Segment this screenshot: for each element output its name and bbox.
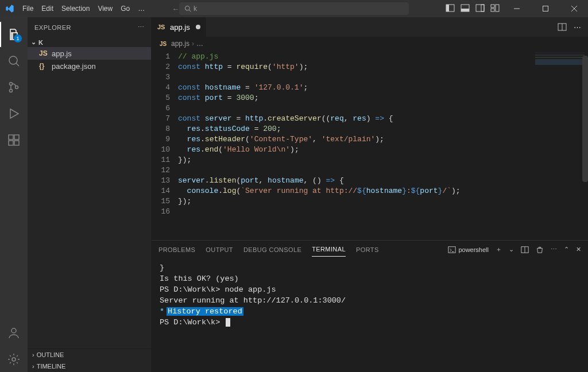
chevron-down-icon: ⌄ xyxy=(31,38,36,46)
code-line: console.log(`Server running at http://${… xyxy=(178,186,588,196)
svg-point-25 xyxy=(12,358,16,361)
panel-tab-terminal[interactable]: TERMINAL xyxy=(312,242,346,257)
activity-extensions-icon[interactable] xyxy=(0,127,28,153)
tab-label: app.js xyxy=(170,23,190,32)
window-close-icon[interactable] xyxy=(563,0,586,17)
chevron-right-icon: › xyxy=(192,40,194,48)
code-content[interactable]: // app.jsconst http = require('http');co… xyxy=(178,50,588,240)
panel-tab-output[interactable]: OUTPUT xyxy=(206,243,233,257)
js-file-icon: JS xyxy=(39,49,48,57)
minimap[interactable] xyxy=(535,52,585,87)
title-bar: FileEditSelectionViewGo… ← → k xyxy=(0,0,588,17)
search-icon xyxy=(184,5,191,12)
file-app-js[interactable]: JSapp.js xyxy=(28,47,151,60)
terminal-shell-label[interactable]: powershell xyxy=(448,246,489,254)
svg-point-0 xyxy=(185,6,190,11)
window-maximize-icon[interactable] xyxy=(534,0,557,17)
command-center-search[interactable]: k xyxy=(179,2,409,15)
section-timeline[interactable]: ›TIMELINE xyxy=(28,361,151,372)
svg-rect-7 xyxy=(481,5,484,11)
tab-app-js[interactable]: JS app.js xyxy=(152,17,207,37)
activity-settings-icon[interactable] xyxy=(0,347,28,372)
panel-tab-debug-console[interactable]: DEBUG CONSOLE xyxy=(243,243,301,257)
code-line: const port = 3000; xyxy=(178,93,588,103)
terminal-cursor xyxy=(226,318,230,327)
activity-run-debug-icon[interactable] xyxy=(0,101,28,126)
svg-rect-6 xyxy=(476,5,484,11)
svg-rect-9 xyxy=(496,5,499,11)
svg-rect-20 xyxy=(9,135,13,140)
vscode-logo-icon xyxy=(5,3,15,14)
activity-account-icon[interactable] xyxy=(0,320,28,346)
activity-explorer-icon[interactable]: 1 xyxy=(0,22,28,47)
js-file-icon: JS xyxy=(157,24,167,30)
dirty-indicator-icon xyxy=(196,25,200,29)
explorer-title: EXPLORER xyxy=(34,24,71,31)
terminal-dropdown-icon[interactable]: ⌄ xyxy=(509,246,514,253)
line-number-gutter: 12345678910111213141516 xyxy=(152,50,178,240)
split-terminal-icon[interactable] xyxy=(521,246,529,254)
layout-right-icon[interactable] xyxy=(475,3,485,14)
chevron-right-icon: › xyxy=(32,351,34,358)
code-line xyxy=(178,103,588,114)
breadcrumb-file: app.js xyxy=(171,40,189,48)
scrollbar-thumb[interactable] xyxy=(582,56,588,182)
terminal[interactable]: }Is this OK? (yes)PS D:\Work\k> node app… xyxy=(152,259,588,372)
folder-root[interactable]: ⌄ K xyxy=(28,37,151,47)
window-minimize-icon[interactable] xyxy=(505,0,528,17)
code-line xyxy=(178,72,588,83)
panel-close-icon[interactable]: ✕ xyxy=(576,246,581,253)
kill-terminal-icon[interactable] xyxy=(536,246,544,254)
code-line: server.listen(port, hostname, () => { xyxy=(178,176,588,186)
editor-tabs: JS app.js ⋯ xyxy=(152,17,588,37)
layout-bottom-icon[interactable] xyxy=(461,3,470,14)
layout-left-icon[interactable] xyxy=(446,3,455,14)
svg-rect-12 xyxy=(543,6,548,11)
activity-source-control-icon[interactable] xyxy=(0,75,28,100)
layout-custom-icon[interactable] xyxy=(490,3,500,14)
activity-search-icon[interactable] xyxy=(0,48,28,73)
code-line: }); xyxy=(178,155,588,165)
activity-bar: 1 xyxy=(0,17,28,372)
panel-more-icon[interactable]: ⋯ xyxy=(551,246,557,253)
editor-area: JS app.js ⋯ JS app.js › … 12345678910111… xyxy=(152,17,588,372)
tab-more-icon[interactable]: ⋯ xyxy=(574,23,581,32)
menu-view[interactable]: View xyxy=(94,5,117,13)
panel-tab-problems[interactable]: PROBLEMS xyxy=(158,243,195,257)
menu-file[interactable]: File xyxy=(18,5,37,13)
file-package-json[interactable]: {}package.json xyxy=(28,60,151,72)
search-text: k xyxy=(194,5,197,13)
chevron-right-icon: › xyxy=(32,363,34,370)
code-line xyxy=(178,165,588,176)
breadcrumb[interactable]: JS app.js › … xyxy=(152,37,588,50)
menu-…[interactable]: … xyxy=(134,5,149,13)
panel-maximize-icon[interactable]: ⌃ xyxy=(564,246,569,253)
js-file-icon: JS xyxy=(160,41,169,47)
svg-rect-21 xyxy=(9,141,13,145)
svg-point-15 xyxy=(9,56,17,64)
app-menu: FileEditSelectionViewGo… xyxy=(5,0,149,17)
panel-tab-ports[interactable]: PORTS xyxy=(356,243,379,257)
svg-point-24 xyxy=(11,328,16,333)
menu-edit[interactable]: Edit xyxy=(37,5,57,13)
new-terminal-icon[interactable]: ＋ xyxy=(496,245,502,254)
split-editor-icon[interactable] xyxy=(558,22,567,32)
svg-rect-8 xyxy=(491,5,494,7)
bottom-panel: PROBLEMSOUTPUTDEBUG CONSOLETERMINALPORTS… xyxy=(152,240,588,372)
panel-tabs: PROBLEMSOUTPUTDEBUG CONSOLETERMINALPORTS… xyxy=(152,241,588,259)
nav-back-icon[interactable]: ← xyxy=(172,5,179,13)
code-editor[interactable]: 12345678910111213141516 // app.jsconst h… xyxy=(152,50,588,240)
svg-point-18 xyxy=(10,90,13,92)
menu-selection[interactable]: Selection xyxy=(57,5,94,13)
section-outline[interactable]: ›OUTLINE xyxy=(28,349,151,361)
code-line: res.statusCode = 200; xyxy=(178,124,588,134)
explorer-more-icon[interactable]: ⋯ xyxy=(138,24,145,31)
svg-rect-3 xyxy=(446,5,449,11)
code-line: const server = http.createServer((req, r… xyxy=(178,114,588,124)
menu-go[interactable]: Go xyxy=(117,5,134,13)
folder-root-label: K xyxy=(38,39,43,46)
code-line: res.setHeader('Content-Type', 'text/plai… xyxy=(178,134,588,145)
svg-line-16 xyxy=(16,63,19,66)
explorer-badge: 1 xyxy=(14,34,22,42)
code-line: res.end('Hello World\n'); xyxy=(178,145,588,155)
